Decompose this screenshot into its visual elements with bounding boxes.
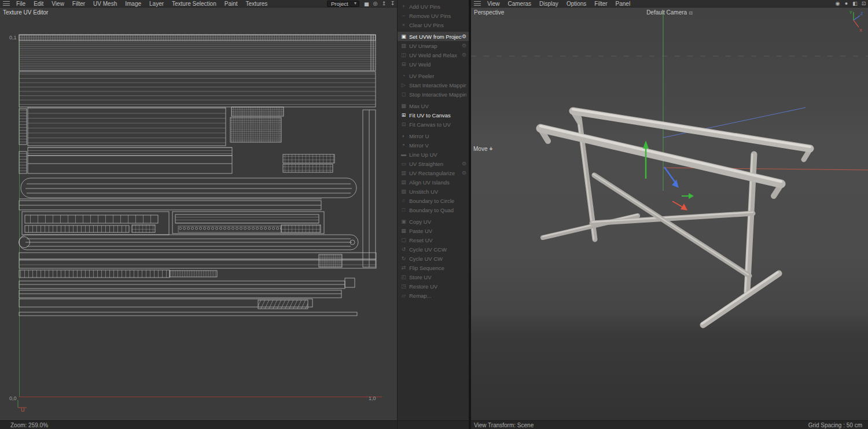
gear-icon[interactable]: ⚙ — [462, 159, 466, 168]
unstitch-uv-icon: ▧ — [400, 187, 407, 196]
menu-cameras[interactable]: Cameras — [504, 0, 536, 8]
command-label: Remap... — [409, 293, 432, 299]
barre-model[interactable] — [540, 109, 810, 325]
project-dropdown-label: Project — [331, 1, 348, 7]
menu-textures[interactable]: Textures — [242, 0, 272, 8]
command-label: Flip Sequence — [409, 265, 444, 271]
set-uvw-projection-icon: ▣ — [400, 32, 407, 41]
command-label: Mirror V — [409, 142, 429, 149]
zoom-level: Zoom: 259.0% — [10, 422, 48, 428]
hamburger-menu-icon[interactable] — [474, 1, 481, 6]
command-label: Max UV — [409, 103, 429, 109]
scroll-down-icon[interactable]: ↧ — [388, 0, 397, 8]
gear-icon[interactable]: ⚙ — [462, 168, 466, 177]
project-dropdown[interactable]: Project ▾ — [327, 1, 359, 7]
split-view-icon[interactable]: ◧ — [851, 0, 859, 8]
command-item: ◫UV Weld and Relax⚙ — [398, 50, 469, 60]
pin-clear-icon: × — [400, 20, 407, 29]
uv-peeler-icon: ◔ — [400, 71, 407, 80]
camera-icon: ⊡ — [689, 10, 693, 16]
command-label: UV Unwrap — [409, 43, 437, 49]
store-uv-icon: ◰ — [400, 272, 407, 282]
command-label: Store UV — [409, 274, 432, 280]
menu-edit[interactable]: Edit — [30, 0, 47, 8]
command-item: □Boundary to Quad — [398, 205, 469, 214]
pin-add-icon: + — [400, 2, 407, 11]
command-item: ▥UV Rectangularize⚙ — [398, 168, 469, 177]
axis-x-label: X — [859, 28, 862, 32]
menu-filter[interactable]: Filter — [590, 0, 611, 8]
menu-view[interactable]: View — [47, 0, 68, 8]
restore-uv-icon: ◳ — [400, 282, 407, 291]
viewport-panel: View Cameras Display Options Filter Pane… — [469, 0, 868, 429]
menu-uv-mesh[interactable]: UV Mesh — [89, 0, 121, 8]
hamburger-menu-icon[interactable] — [3, 1, 10, 6]
cycle-uv-ccw-icon: ↺ — [400, 245, 407, 254]
command-item: ⊟UV Weld — [398, 60, 469, 69]
menu-paint[interactable]: Paint — [220, 0, 242, 8]
render-view-icon[interactable]: ● — [842, 0, 851, 8]
pan-view-icon[interactable]: ◎ — [371, 0, 380, 8]
menu-layer[interactable]: Layer — [145, 0, 168, 8]
viewport-3d[interactable]: Perspective Default Camera⊡ Move+ — [471, 8, 868, 420]
menu-display[interactable]: Display — [535, 0, 562, 8]
menu-file[interactable]: File — [12, 0, 30, 8]
stop-interactive-mapping-icon: ◻ — [400, 90, 407, 99]
boundary-to-circle-icon: ○ — [400, 196, 407, 205]
grid-spacing-label: Grid Spacing : 50 cm — [808, 422, 862, 428]
axis-orientation-widget[interactable]: Y Z X — [843, 8, 866, 34]
command-item: ◳Restore UV — [398, 282, 469, 291]
uv-weld-icon: ⊟ — [400, 60, 407, 69]
pin-remove-icon: − — [400, 11, 407, 20]
command-item: ◻Stop Interactive Mapping — [398, 90, 469, 99]
app-window: File Edit View Filter UV Mesh Image Laye… — [0, 0, 868, 429]
command-label: Add UV Pins — [409, 3, 440, 10]
command-item: ▨UV Unwrap⚙ — [398, 41, 469, 50]
command-item: ▣Copy UV — [398, 217, 469, 226]
command-item: ◓Mirror V — [398, 140, 469, 150]
command-item: ▬Line Up UV — [398, 150, 469, 159]
command-label: Start Interactive Mapping — [409, 82, 466, 88]
command-label: Boundary to Circle — [409, 198, 454, 204]
menu-texture-selection[interactable]: Texture Selection — [168, 0, 220, 8]
toggle-panel-icon[interactable]: ⊡ — [859, 0, 868, 8]
command-item: −Remove UV Pins — [398, 11, 469, 20]
fit-canvas-to-uv-icon: ⊡ — [400, 120, 407, 129]
move-tool-icon: + — [489, 146, 492, 152]
uv-wireframe — [19, 35, 377, 316]
scroll-up-icon[interactable]: ↥ — [380, 0, 388, 8]
command-item: ○Boundary to Circle — [398, 196, 469, 205]
uv-commands-list: +Add UV Pins−Remove UV Pins×Clear UV Pin… — [398, 0, 469, 420]
menu-image[interactable]: Image — [121, 0, 145, 8]
command-label: UV Weld and Relax — [409, 52, 457, 58]
uv-unwrap-icon: ▨ — [400, 41, 407, 50]
command-label: Align UV Islands — [409, 179, 450, 186]
command-label: Fit Canvas to UV — [409, 121, 451, 128]
command-label: UV Weld — [409, 61, 431, 68]
gear-icon[interactable]: ⚙ — [462, 32, 466, 41]
command-item: ▧Unstitch UV — [398, 187, 469, 196]
command-label: Unstitch UV — [409, 188, 438, 195]
command-label: Restore UV — [409, 283, 437, 290]
menu-options[interactable]: Options — [562, 0, 590, 8]
uv-canvas[interactable]: 0,1 0,0 1,0 U — [0, 8, 397, 420]
viewport-camera-label[interactable]: Default Camera⊡ — [471, 9, 868, 16]
command-item: ▤Align UV Islands — [398, 177, 469, 187]
view-transform-label: View Transform: Scene — [474, 422, 534, 428]
chevron-down-icon: ▾ — [354, 1, 356, 6]
menu-panel[interactable]: Panel — [612, 0, 635, 8]
pan-icon[interactable]: ◉ — [833, 0, 842, 8]
line-up-uv-icon: ▬ — [400, 150, 407, 159]
command-item[interactable]: ⊞Fit UV to Canvas — [398, 110, 469, 120]
viewport-canvas[interactable] — [471, 8, 868, 420]
gear-icon[interactable]: ⚙ — [462, 41, 466, 50]
fit-uv-to-canvas-icon: ⊞ — [400, 110, 407, 120]
menu-filter[interactable]: Filter — [68, 0, 89, 8]
menu-view[interactable]: View — [483, 0, 504, 8]
histogram-icon[interactable]: ▅ — [362, 0, 371, 8]
uv-label-bottomright: 1,0 — [369, 395, 376, 401]
command-item: ↻Cycle UV CW — [398, 254, 469, 263]
gear-icon[interactable]: ⚙ — [462, 50, 466, 60]
command-label: Line Up UV — [409, 151, 437, 158]
command-item[interactable]: ▣Set UVW from Projection⚙ — [398, 32, 469, 41]
